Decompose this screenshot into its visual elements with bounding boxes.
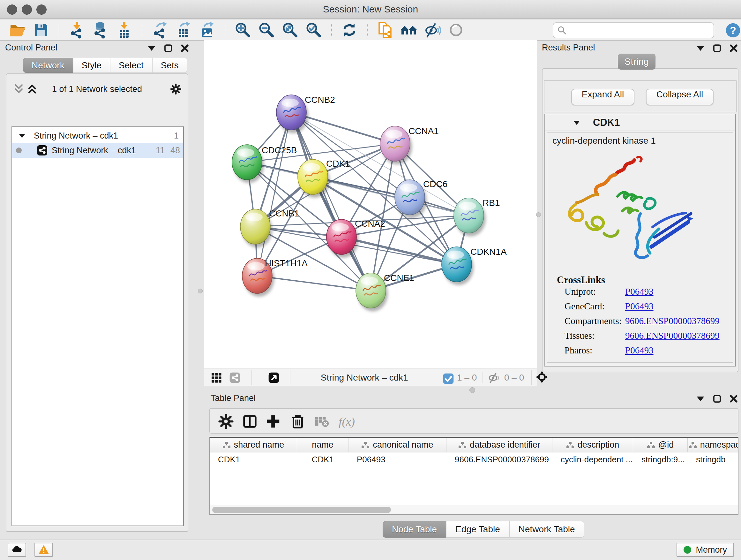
node-CDK1[interactable]: CDK1 <box>298 159 350 198</box>
table-cell[interactable]: P06493 <box>348 455 447 464</box>
show-columns-icon[interactable] <box>242 413 258 430</box>
collapse-all-button[interactable]: Collapse All <box>646 89 714 105</box>
crosslink-link[interactable]: P06493 <box>625 301 654 312</box>
warning-status-button[interactable] <box>35 543 53 557</box>
save-session-icon[interactable] <box>32 21 50 39</box>
table-settings-icon[interactable] <box>218 413 234 430</box>
zoom-out-icon[interactable] <box>258 21 275 39</box>
table-cell[interactable]: stringdb:9... <box>633 455 688 464</box>
export-network-icon[interactable] <box>151 21 169 39</box>
column-header-id[interactable]: @id <box>633 438 688 452</box>
home-networks-icon[interactable] <box>400 21 417 39</box>
tab-string[interactable]: String <box>618 54 656 70</box>
zoom-selected-icon[interactable] <box>305 21 322 39</box>
tab-edge-table[interactable]: Edge Table <box>446 521 509 538</box>
delete-column-icon[interactable] <box>289 413 306 430</box>
cdk1-expand-icon[interactable] <box>572 119 581 126</box>
crosslink-row: Tissues:9606.ENSP00000378699 <box>564 330 727 345</box>
refresh-layout-icon[interactable] <box>341 21 358 39</box>
cloud-status-button[interactable] <box>8 543 26 557</box>
tab-network-table[interactable]: Network Table <box>509 521 584 538</box>
crosslink-row: Compartments:9606.ENSP00000378699 <box>564 316 727 330</box>
column-header-description[interactable]: description <box>552 438 633 452</box>
export-image-icon[interactable] <box>199 21 216 39</box>
table-cell[interactable]: CDK1 <box>297 455 348 464</box>
crosslink-link[interactable]: P06493 <box>625 287 654 297</box>
import-database-icon[interactable] <box>92 21 109 39</box>
cdk1-section-header[interactable]: CDK1 <box>545 114 735 131</box>
column-header-canonicalname[interactable]: canonical name <box>348 438 447 452</box>
birds-eye-view-icon[interactable] <box>267 371 280 384</box>
table-panel-close-icon[interactable] <box>729 394 738 403</box>
zoom-in-icon[interactable] <box>234 21 252 39</box>
edge-CCNA2-CDKN1A[interactable] <box>341 237 457 264</box>
import-network-icon[interactable] <box>68 21 85 39</box>
export-table-icon[interactable] <box>175 21 192 39</box>
node-CCNA2[interactable]: CCNA2 <box>327 219 385 258</box>
node-CCNE1[interactable]: CCNE1 <box>356 273 414 311</box>
column-header-namespace[interactable]: namespace <box>688 438 738 452</box>
network-canvas[interactable]: CCNB2CCNA1CDC25BCDK1CDC6RB1CCNB1CCNA2CDK… <box>204 40 537 368</box>
search-input[interactable] <box>570 24 710 37</box>
tab-network[interactable]: Network <box>23 58 73 73</box>
add-column-icon[interactable] <box>265 413 281 430</box>
table-panel-menu-icon[interactable] <box>696 394 705 403</box>
control-panel-menu-icon[interactable] <box>147 44 156 53</box>
status-bar: Memory <box>0 540 741 560</box>
crosslink-link[interactable]: 9606.ENSP00000378699 <box>625 330 720 341</box>
eye-icon[interactable] <box>448 21 465 39</box>
table-panel-title: Table Panel <box>211 393 256 403</box>
node-RB1[interactable]: RB1 <box>454 198 500 236</box>
results-panel-menu-icon[interactable] <box>696 44 705 53</box>
crosslink-link[interactable]: 9606.ENSP00000378699 <box>625 316 720 326</box>
hidden-eye-icon[interactable] <box>488 371 500 384</box>
results-panel-close-icon[interactable] <box>729 44 738 53</box>
node-CCNA1[interactable]: CCNA1 <box>380 126 439 165</box>
network-collection-row[interactable]: String Network – cdk1 1 <box>12 128 183 143</box>
selected-nodes-checkbox[interactable] <box>442 372 453 385</box>
network-single-view-icon[interactable] <box>228 371 241 384</box>
table-cell[interactable]: 9606.ENSP00000378699 <box>447 455 552 464</box>
import-table-icon[interactable] <box>116 21 133 39</box>
table-row[interactable]: CDK1CDK1P064939606.ENSP00000378699cyclin… <box>210 452 738 466</box>
table-cell[interactable]: cyclin-dependent ... <box>552 455 633 464</box>
table-panel-float-icon[interactable] <box>712 394 722 403</box>
help-button[interactable]: ? <box>725 22 741 38</box>
table-cell[interactable]: stringdb <box>688 455 738 464</box>
memory-button[interactable]: Memory <box>677 543 734 557</box>
tab-node-table[interactable]: Node Table <box>383 521 446 538</box>
results-panel-float-icon[interactable] <box>712 44 722 53</box>
tab-style[interactable]: Style <box>73 58 110 73</box>
control-panel-close-icon[interactable] <box>180 44 190 53</box>
tab-select[interactable]: Select <box>110 58 152 73</box>
node-CCNB1[interactable]: CCNB1 <box>240 208 299 247</box>
open-session-icon[interactable] <box>9 21 26 39</box>
scrollbar-thumb[interactable] <box>212 507 391 513</box>
expand-all-button[interactable]: Expand All <box>571 89 634 105</box>
table-cell[interactable]: CDK1 <box>210 455 297 464</box>
toolbar-separator <box>225 23 225 37</box>
crosslink-link[interactable]: P06493 <box>625 345 654 356</box>
node-CDKN1A[interactable]: CDKN1A <box>442 247 507 285</box>
node-CCNB2[interactable]: CCNB2 <box>276 95 335 133</box>
column-header-databaseidentifier[interactable]: database identifier <box>447 438 552 452</box>
left-splitter-handle[interactable] <box>198 289 203 294</box>
column-header-name[interactable]: name <box>297 438 348 452</box>
tab-sets[interactable]: Sets <box>152 58 187 73</box>
hide-eye-icon[interactable] <box>424 21 441 39</box>
search-box[interactable] <box>553 22 714 38</box>
network-graph[interactable]: CCNB2CCNA1CDC25BCDK1CDC6RB1CCNB1CCNA2CDK… <box>204 40 537 368</box>
node-CDC25B[interactable]: CDC25B <box>232 145 297 183</box>
edge-CCNB2-HIST1H1A[interactable] <box>257 112 291 276</box>
network-options-gear-icon[interactable] <box>170 83 182 95</box>
network-row-selected[interactable]: String Network – cdk1 11 48 <box>12 143 183 158</box>
control-panel-float-icon[interactable] <box>163 44 173 53</box>
network-grid-view-icon[interactable] <box>210 371 223 384</box>
edge-CCNE1-HIST1H1A[interactable] <box>257 276 371 291</box>
clipboard-share-icon[interactable] <box>377 21 394 39</box>
collection-expand-icon[interactable] <box>18 132 26 139</box>
node-HIST1H1A[interactable]: HIST1H1A <box>242 258 308 297</box>
table-horizontal-scrollbar[interactable] <box>210 505 738 514</box>
zoom-fit-icon[interactable] <box>281 21 299 39</box>
column-header-sharedname[interactable]: shared name <box>210 438 297 452</box>
